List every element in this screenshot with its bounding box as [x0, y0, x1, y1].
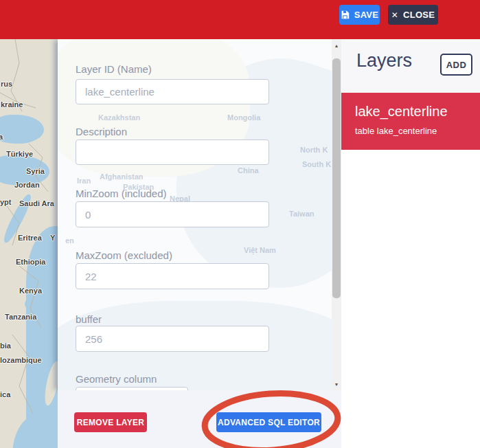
- buffer-label: buffer: [76, 313, 102, 325]
- map-label: ypt: [0, 198, 12, 206]
- description-label: Description: [76, 126, 127, 137]
- faint-map-label: Việt Nam: [244, 246, 276, 254]
- scrollbar-thumb[interactable]: [332, 58, 341, 298]
- layers-title: Layers: [356, 50, 412, 71]
- map-label: Kenya: [19, 287, 42, 295]
- buffer-input[interactable]: [76, 326, 269, 352]
- faint-map-label: North K: [300, 146, 328, 154]
- faint-map-label: China: [238, 166, 259, 175]
- map-label: kraine: [1, 100, 23, 109]
- faint-map-label: Kazakhstan: [98, 113, 140, 122]
- layer-edit-panel: Kazakhstan Mongolia North K South K Chin…: [58, 39, 332, 390]
- layer-list-item-selected[interactable]: lake_centerline table lake_centerline: [341, 93, 480, 150]
- panel-scrollbar[interactable]: ▲ ▼: [332, 39, 341, 390]
- scroll-down-icon[interactable]: ▼: [332, 379, 341, 389]
- add-layer-button[interactable]: ADD: [440, 54, 472, 76]
- map-label: bia: [0, 341, 11, 350]
- map-label: Eritrea: [18, 234, 42, 242]
- geometry-column-label: Geometry column: [76, 373, 157, 385]
- layer-id-input[interactable]: [76, 79, 269, 104]
- layer-id-label: Layer ID (Name): [76, 63, 152, 75]
- faint-map-label: Afghanistan: [100, 172, 144, 181]
- scroll-up-icon[interactable]: ▲: [332, 41, 341, 50]
- description-input[interactable]: [76, 139, 269, 165]
- advanced-sql-editor-button[interactable]: ADVANCED SQL EDITOR: [216, 412, 321, 432]
- maxzoom-input[interactable]: [76, 263, 269, 289]
- map-label: Saudi Ara: [19, 199, 54, 208]
- layer-subtitle: table lake_centerline: [355, 126, 437, 136]
- map-label: rus: [1, 80, 12, 88]
- maxzoom-label: MaxZoom (excluded): [76, 249, 172, 261]
- save-button-label: SAVE: [354, 10, 379, 20]
- minzoom-label: MinZoom (included): [76, 188, 167, 199]
- map-label: ica: [0, 390, 10, 399]
- map-label: Syria: [26, 167, 45, 175]
- world-map[interactable]: rus kraine a Türkiye Syria Jordan ypt Sa…: [0, 39, 58, 448]
- faint-map-label: en: [65, 236, 74, 245]
- map-label: Jordan: [14, 181, 40, 189]
- faint-map-label: Taiwan: [289, 210, 314, 218]
- map-label: Türkiye: [6, 150, 33, 158]
- panel-footer: REMOVE LAYER ADVANCED SQL EDITOR: [58, 390, 341, 448]
- map-label: Y: [50, 234, 55, 242]
- top-bar: SAVE ✕ CLOSE: [0, 0, 480, 39]
- map-label: Ethiopia: [16, 258, 45, 266]
- map-label: lozambique: [0, 356, 42, 364]
- faint-map-label: Iran: [77, 177, 91, 185]
- save-button[interactable]: SAVE: [339, 5, 380, 25]
- close-button[interactable]: ✕ CLOSE: [388, 5, 438, 25]
- close-button-label: CLOSE: [403, 10, 435, 20]
- minzoom-input[interactable]: [76, 201, 269, 227]
- layers-sidebar: Layers ADD lake_centerline table lake_ce…: [341, 39, 480, 448]
- map-label: Tanzania: [5, 313, 36, 321]
- close-icon: ✕: [391, 10, 398, 20]
- remove-layer-button[interactable]: REMOVE LAYER: [74, 412, 147, 432]
- map-label: a: [0, 133, 3, 141]
- faint-map-label: Mongolia: [227, 113, 260, 122]
- layer-name: lake_centerline: [355, 104, 448, 120]
- save-icon: [341, 10, 350, 19]
- faint-map-label: South K: [302, 160, 331, 168]
